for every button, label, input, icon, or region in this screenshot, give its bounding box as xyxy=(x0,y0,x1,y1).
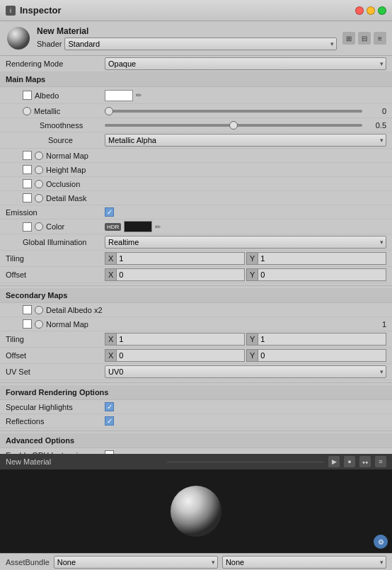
offset2-y-input[interactable] xyxy=(258,349,386,362)
specular-checkbox[interactable] xyxy=(105,402,114,411)
header-icon-3[interactable]: ≡ xyxy=(374,32,386,45)
rendering-mode-row: Rendering Mode Opaque xyxy=(0,56,392,72)
uv-set-select[interactable]: UV0 xyxy=(105,365,386,378)
offset1-label-col: Offset xyxy=(6,270,105,279)
offset1-y-label: Y xyxy=(246,268,258,281)
tiling2-x-field: X xyxy=(105,333,245,346)
shader-select-wrap[interactable]: Standard xyxy=(64,38,337,50)
emission-checkbox[interactable] xyxy=(105,207,114,217)
height-map-label-col: Height Map xyxy=(6,165,105,174)
offset2-x-field: X xyxy=(105,349,245,362)
preview-title: New Material xyxy=(6,457,163,466)
emission-color-value-col: HDR ✏ xyxy=(105,221,386,232)
maximize-button[interactable] xyxy=(378,6,386,15)
preview-settings-button[interactable]: ⚙ xyxy=(374,535,388,549)
shader-row: Shader Standard xyxy=(37,38,337,50)
rendering-mode-label-col: Rendering Mode xyxy=(6,59,105,68)
window-controls xyxy=(355,6,386,15)
shader-select[interactable]: Standard xyxy=(64,38,337,50)
metallic-circle-icon xyxy=(23,107,31,115)
global-illum-select[interactable]: Realtime xyxy=(105,236,386,249)
height-map-row: Height Map xyxy=(0,163,392,177)
forward-rendering-header: Forward Rendering Options xyxy=(0,385,392,400)
rendering-mode-label: Rendering Mode xyxy=(6,59,63,68)
advanced-options-label: Advanced Options xyxy=(6,436,74,445)
secondary-normal-value: 1 xyxy=(365,320,386,329)
close-button[interactable] xyxy=(355,6,364,15)
detail-mask-checkbox[interactable] xyxy=(23,193,32,203)
emission-label-col: Emission xyxy=(6,208,105,217)
offset2-x-input[interactable] xyxy=(116,349,245,362)
detail-albedo-checkbox[interactable] xyxy=(23,305,32,314)
detail-mask-icon xyxy=(35,194,43,203)
uv-set-label: UV Set xyxy=(6,367,30,376)
preview-play-btn[interactable]: ▶ xyxy=(328,456,340,467)
tiling1-y-label: Y xyxy=(246,252,258,265)
rendering-mode-select[interactable]: Opaque xyxy=(105,57,386,70)
global-illum-select-wrap[interactable]: Realtime xyxy=(105,236,386,249)
secondary-maps-header: Secondary Maps xyxy=(0,288,392,303)
header-icon-2[interactable]: ⊟ xyxy=(358,32,371,45)
emission-color-swatch[interactable] xyxy=(124,221,152,232)
occlusion-label-col: Occlusion xyxy=(6,179,105,188)
header-icon-1[interactable]: ⊞ xyxy=(342,32,355,45)
tiling2-y-label: Y xyxy=(246,333,258,346)
offset1-x-input[interactable] xyxy=(116,268,245,281)
tiling1-x-input[interactable] xyxy=(116,252,245,265)
metallic-slider[interactable] xyxy=(105,110,362,113)
asset-bundle-select-1[interactable]: None xyxy=(54,556,218,569)
detail-albedo-label-col: Detail Albedo x2 xyxy=(6,305,105,314)
tiling2-row: Tiling X Y xyxy=(0,331,392,348)
tiling2-y-field: Y xyxy=(246,333,386,346)
normal-map-checkbox[interactable] xyxy=(23,151,32,160)
secondary-normal-checkbox[interactable] xyxy=(23,319,32,329)
smoothness-row: Smoothness 0.5 xyxy=(0,118,392,132)
tiling2-x-label: X xyxy=(105,333,116,346)
offset2-row: Offset X Y xyxy=(0,348,392,364)
emission-pencil-icon[interactable]: ✏ xyxy=(155,223,161,231)
offset2-xy: X Y xyxy=(105,349,386,362)
emission-value-col xyxy=(105,207,386,217)
tiling2-x-input[interactable] xyxy=(116,333,245,346)
emission-color-row: Color HDR ✏ xyxy=(0,220,392,234)
preview-dot-btn[interactable]: ● xyxy=(344,456,355,467)
minimize-button[interactable] xyxy=(367,6,375,15)
albedo-pencil-icon[interactable]: ✏ xyxy=(136,91,142,99)
secondary-normal-map-label-col: Normal Map xyxy=(6,319,105,329)
smoothness-value: 0.5 xyxy=(365,121,386,130)
height-map-checkbox[interactable] xyxy=(23,165,32,174)
albedo-color-swatch[interactable] xyxy=(105,90,133,101)
source-select-wrap[interactable]: Metallic Alpha xyxy=(105,134,386,147)
preview-lines-btn[interactable]: ≡ xyxy=(375,456,386,467)
tiling2-value-col: X Y xyxy=(105,333,386,346)
asset-bundle-select-wrap-1[interactable]: None xyxy=(54,556,218,569)
emission-color-checkbox[interactable] xyxy=(23,222,32,232)
albedo-label-col: Albedo xyxy=(6,91,105,100)
offset1-y-input[interactable] xyxy=(258,268,386,281)
reflections-checkbox[interactable] xyxy=(105,416,114,426)
main-maps-header: Main Maps xyxy=(0,72,392,87)
secondary-normal-icon xyxy=(35,320,43,329)
tiling1-y-input[interactable] xyxy=(258,252,386,265)
smoothness-label-col: Smoothness xyxy=(6,121,105,130)
rendering-mode-select-wrap[interactable]: Opaque xyxy=(105,57,386,70)
asset-bundle-select-2[interactable]: None xyxy=(222,556,386,569)
source-select[interactable]: Metallic Alpha xyxy=(105,134,386,147)
uv-set-select-wrap[interactable]: UV0 xyxy=(105,365,386,378)
metallic-value-col: 0 xyxy=(105,107,386,115)
smoothness-slider-wrap: 0.5 xyxy=(105,121,386,130)
detail-mask-row: Detail Mask xyxy=(0,191,392,205)
height-map-label: Height Map xyxy=(46,166,86,174)
preview-dots-btn[interactable]: ●● xyxy=(359,456,371,467)
preview-sphere-svg xyxy=(168,483,224,540)
smoothness-slider[interactable] xyxy=(105,124,362,127)
offset2-value-col: X Y xyxy=(105,349,386,362)
tiling2-y-input[interactable] xyxy=(258,333,386,346)
tiling2-label-col: Tiling xyxy=(6,335,105,343)
albedo-checkbox[interactable] xyxy=(23,91,32,100)
material-sphere-preview xyxy=(6,25,31,51)
preview-panel: New Material ▶ ● ●● ≡ ⚙ xyxy=(0,454,392,553)
asset-bundle-select-wrap-2[interactable]: None xyxy=(222,556,386,569)
metallic-label-col: Metallic xyxy=(6,107,105,115)
occlusion-checkbox[interactable] xyxy=(23,179,32,188)
